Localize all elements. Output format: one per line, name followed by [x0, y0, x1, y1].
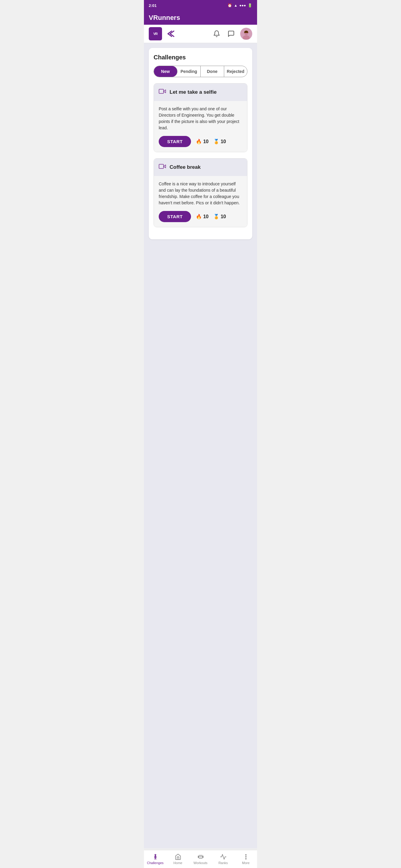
tab-new[interactable]: New [154, 66, 177, 77]
avatar[interactable] [240, 28, 252, 40]
challenge-description-selfie: Post a selfie with you and one of our Di… [159, 106, 242, 131]
fire-icon-2: 🔥 [196, 214, 202, 219]
status-icons: ⏰ ▲ ●●● 🔋 [228, 3, 252, 7]
main-content: Challenges New Pending Done Rejected Let… [144, 43, 257, 848]
start-button-coffee[interactable]: START [159, 211, 191, 222]
fire-points-coffee: 🔥 10 [196, 214, 208, 219]
challenge-body-coffee: Coffee is a nice way to introduce yourse… [154, 176, 247, 227]
challenge-card-coffee: Coffee break Coffee is a nice way to int… [153, 158, 248, 227]
challenge-card-selfie: Let me take a selfie Post a selfie with … [153, 83, 248, 152]
coin-points-coffee: 🏅 10 [213, 214, 226, 219]
coin-icon-1: 🏅 [213, 138, 219, 144]
coin-icon-2: 🏅 [213, 214, 219, 219]
tab-rejected[interactable]: Rejected [224, 66, 248, 77]
app-title: VRunners [149, 14, 252, 22]
tab-done[interactable]: Done [201, 66, 224, 77]
vr-logo: VR [149, 27, 162, 40]
challenge-title-selfie: Let me take a selfie [170, 89, 217, 95]
tab-pending[interactable]: Pending [177, 66, 201, 77]
fire-icon-1: 🔥 [196, 138, 202, 144]
wifi-icon: ●●● [239, 3, 246, 7]
s-logo [166, 28, 178, 40]
challenge-body-selfie: Post a selfie with you and one of our Di… [154, 101, 247, 152]
alarm-icon: ⏰ [228, 3, 232, 7]
challenges-title: Challenges [153, 54, 248, 61]
challenge-actions-coffee: START 🔥 10 🏅 10 [159, 211, 242, 222]
notifications-icon[interactable] [211, 28, 222, 39]
challenge-actions-selfie: START 🔥 10 🏅 10 [159, 136, 242, 147]
tabs-row: New Pending Done Rejected [153, 66, 248, 77]
battery-icon: 🔋 [248, 3, 252, 7]
challenge-header-selfie: Let me take a selfie [154, 84, 247, 101]
fire-points-selfie: 🔥 10 [196, 138, 208, 144]
status-bar: 2:01 ⏰ ▲ ●●● 🔋 [144, 0, 257, 11]
challenge-title-coffee: Coffee break [170, 164, 201, 170]
svg-rect-6 [159, 164, 164, 168]
messages-icon[interactable] [226, 28, 236, 39]
challenge-header-coffee: Coffee break [154, 158, 247, 176]
signal-icon: ▲ [234, 3, 237, 7]
svg-marker-5 [164, 165, 166, 168]
app-bar: VRunners [144, 11, 257, 25]
header-bar: VR [144, 25, 257, 43]
svg-marker-3 [164, 90, 166, 93]
status-time: 2:01 [149, 3, 156, 8]
challenges-section: Challenges New Pending Done Rejected Let… [149, 48, 252, 239]
coin-points-selfie: 🏅 10 [213, 138, 226, 144]
camera-video-icon-2 [159, 163, 166, 172]
challenge-description-coffee: Coffee is a nice way to introduce yourse… [159, 181, 242, 206]
svg-rect-4 [159, 89, 164, 93]
camera-video-icon-1 [159, 88, 166, 97]
start-button-selfie[interactable]: START [159, 136, 191, 147]
